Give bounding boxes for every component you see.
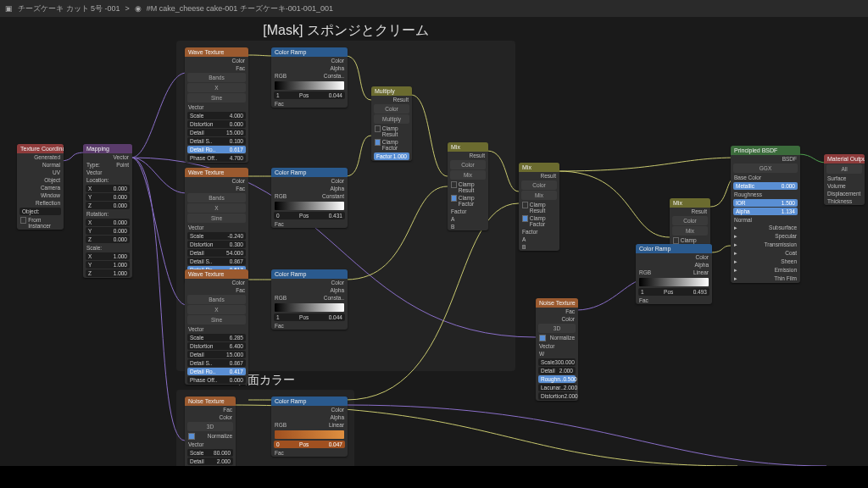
letterbox-bottom: [0, 466, 868, 488]
node-mat-output[interactable]: Material Output All Surface Volume Displ…: [824, 154, 865, 205]
ramp-gradient[interactable]: [275, 81, 344, 90]
node-mapping[interactable]: Mapping Vector Type:Point Vector Locatio…: [83, 144, 132, 278]
node-noise-a[interactable]: Noise Texture Fac Color 3D Normalize Vec…: [185, 396, 236, 474]
bc-sep: >: [125, 4, 130, 13]
node-wave-b[interactable]: Wave Texture Color Fac Bands X Sine Vect…: [185, 168, 248, 283]
bc-icon: ▣: [5, 4, 13, 13]
ramp-gradient[interactable]: [639, 278, 709, 286]
node-bsdf[interactable]: Principled BSDF BSDF GGX Base Color Meta…: [731, 146, 800, 283]
frame-mask-title: [Mask] スポンジとクリーム: [176, 22, 515, 40]
node-wave-a[interactable]: Wave Texture Color Fac Bands X Sine Vect…: [185, 47, 248, 163]
hdr[interactable]: Mapping: [83, 144, 132, 153]
ramp-gradient[interactable]: [275, 202, 344, 210]
node-tex-coord[interactable]: Texture Coordinate Generated Normal UV O…: [17, 144, 64, 230]
node-mix-2[interactable]: Mix Result Color Mix Clamp Result Clamp …: [519, 163, 559, 251]
node-ramp-b[interactable]: Color Ramp Color Alpha RGBConstant 0Pos0…: [271, 168, 348, 228]
node-wave-c[interactable]: Wave Texture Color Fac Bands X Sine Vect…: [185, 269, 248, 385]
node-multiply[interactable]: Multiply Result Color Multiply Clamp Res…: [371, 86, 412, 161]
ramp-gradient[interactable]: [275, 430, 344, 439]
bc-mat-icon: ◉: [135, 4, 142, 13]
node-noise-b[interactable]: Noise Texture Fac Color 3D Normalize Vec…: [536, 298, 578, 401]
node-ramp-c[interactable]: Color Ramp Color Alpha RGBConsta.. 1Pos0…: [271, 269, 348, 330]
node-ramp-e[interactable]: Color Ramp Color Alpha RGBLinear 1Pos0.4…: [636, 244, 712, 304]
ramp-gradient[interactable]: [275, 303, 344, 312]
node-ramp-d[interactable]: Color Ramp Color Alpha RGBLinear 0Pos0.0…: [271, 396, 348, 457]
node-mix-1[interactable]: Mix Result Color Mix Clamp Result Clamp …: [448, 142, 488, 230]
hdr[interactable]: Texture Coordinate: [17, 144, 64, 153]
bc-mat[interactable]: #M cake_cheese cake-001 チーズケーキ-001-001_0…: [147, 3, 333, 14]
node-ramp-a[interactable]: Color Ramp Color Alpha RGBConsta.. 1Pos0…: [271, 47, 348, 108]
bc-obj[interactable]: チーズケーキ カット 5号 -001: [18, 3, 120, 14]
breadcrumb-bar: ▣ チーズケーキ カット 5号 -001 > ◉ #M cake_cheese …: [0, 0, 868, 17]
